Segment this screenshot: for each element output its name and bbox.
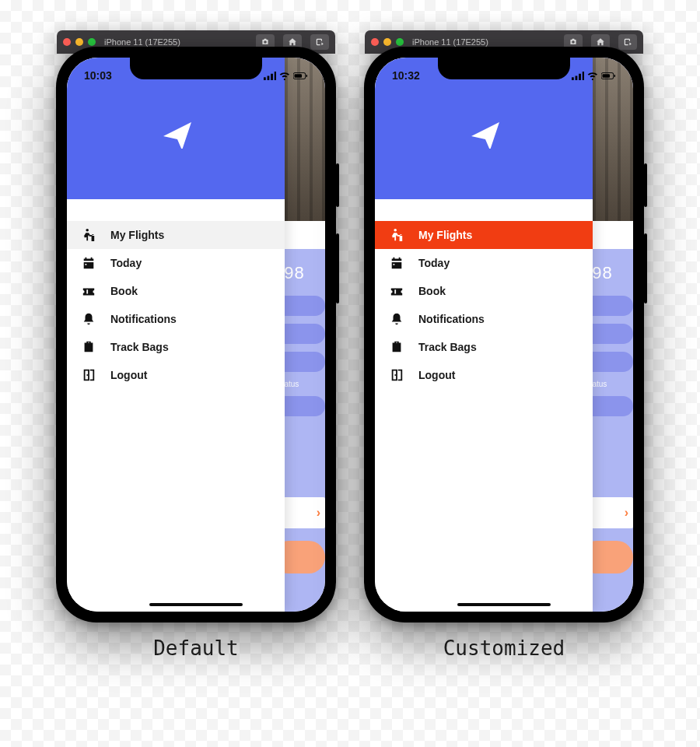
status-time: 10:03 [84,69,112,82]
variant-caption: Customized [443,637,565,660]
menu-item-label: Notifications [110,313,177,325]
menu-item-label: Book [418,285,446,297]
simulator-rotate-button[interactable] [310,34,329,50]
ticket-icon [389,284,404,298]
menu-item-label: Today [418,257,450,269]
cellular-icon [264,72,277,80]
calendar-icon [389,256,404,270]
user-luggage-icon [81,228,96,242]
navigation-drawer: My Flights Today Book Notifications Trac… [375,58,593,612]
menu-item-book[interactable]: Book [375,277,593,305]
phone-frame: 10:32 098 Status › My Flights Tod [364,47,644,622]
menu-item-logout[interactable]: Logout [67,361,285,389]
zoom-icon[interactable] [396,38,404,46]
close-icon[interactable] [63,38,71,46]
zoom-icon[interactable] [88,38,96,46]
paper-plane-icon [468,117,499,149]
menu-item-label: Notifications [418,313,485,325]
navigation-drawer: My Flights Today Book Notifications Trac… [67,58,285,612]
simulator-title: iPhone 11 (17E255) [412,37,488,47]
phone-screen: 10:03 098 Status › My Flights Tod [67,58,325,612]
bell-icon [389,312,404,326]
minimize-icon[interactable] [383,38,391,46]
device-notch [438,58,570,79]
simulator-title: iPhone 11 (17E255) [104,37,180,47]
menu-item-notifications[interactable]: Notifications [67,305,285,333]
battery-icon [293,72,308,80]
phone-frame: 10:03 098 Status › My Flights Tod [56,47,336,622]
minimize-icon[interactable] [75,38,83,46]
device-notch [130,58,262,79]
door-exit-icon [81,368,96,382]
drawer-menu: My Flights Today Book Notifications Trac… [375,199,593,389]
phone-screen: 10:32 098 Status › My Flights Tod [375,58,633,612]
window-traffic-lights[interactable] [371,38,404,46]
menu-item-track-bags[interactable]: Track Bags [67,333,285,361]
menu-item-label: My Flights [110,229,164,241]
bell-icon [81,312,96,326]
menu-item-label: Track Bags [418,341,477,353]
calendar-icon [81,256,96,270]
door-exit-icon [389,368,404,382]
bag-icon [81,340,96,354]
menu-item-notifications[interactable]: Notifications [375,305,593,333]
close-icon[interactable] [371,38,379,46]
variant-caption: Default [153,637,239,660]
user-luggage-icon [389,228,404,242]
menu-item-label: Logout [110,369,147,381]
status-time: 10:32 [392,69,420,82]
menu-item-label: My Flights [418,229,472,241]
menu-item-track-bags[interactable]: Track Bags [375,333,593,361]
home-indicator[interactable] [457,603,551,606]
menu-item-today[interactable]: Today [375,249,593,277]
menu-item-label: Today [110,257,142,269]
chevron-right-icon: › [317,506,320,520]
cellular-icon [572,72,585,80]
menu-item-label: Book [110,285,138,297]
menu-item-logout[interactable]: Logout [375,361,593,389]
menu-item-my-flights[interactable]: My Flights [375,221,593,249]
wifi-icon [279,72,290,80]
menu-item-label: Logout [418,369,455,381]
home-indicator[interactable] [149,603,243,606]
drawer-menu: My Flights Today Book Notifications Trac… [67,199,285,389]
simulator-rotate-button[interactable] [618,34,637,50]
menu-item-label: Track Bags [110,341,169,353]
window-traffic-lights[interactable] [63,38,96,46]
battery-icon [601,72,616,80]
menu-item-my-flights[interactable]: My Flights [67,221,285,249]
menu-item-book[interactable]: Book [67,277,285,305]
wifi-icon [587,72,598,80]
ticket-icon [81,284,96,298]
chevron-right-icon: › [625,506,628,520]
menu-item-today[interactable]: Today [67,249,285,277]
bag-icon [389,340,404,354]
paper-plane-icon [160,117,191,149]
